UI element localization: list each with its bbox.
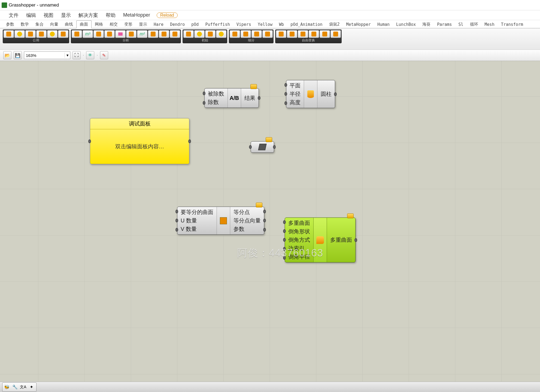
ribbon-tool-icon[interactable]	[72, 30, 82, 38]
input-port[interactable]: 边索引	[286, 244, 313, 253]
tab-surface[interactable]: 曲面	[76, 20, 92, 28]
tab-intersect[interactable]: 相交	[106, 21, 121, 28]
tab-vipers[interactable]: Vipers	[233, 21, 254, 28]
input-port[interactable]: 多重曲面	[286, 219, 313, 227]
tab-dendro[interactable]: Dendro	[167, 21, 188, 28]
ribbon-tool-icon[interactable]	[14, 30, 25, 38]
tab-mesh[interactable]: 网格	[92, 21, 106, 28]
ribbon-tool-icon[interactable]	[330, 30, 341, 38]
ribbon-tool-icon[interactable]	[241, 30, 251, 38]
input-port[interactable]: 被除数	[205, 90, 227, 98]
ribbon-tool-icon[interactable]	[298, 30, 308, 38]
component-fillet-edge[interactable]: 多重曲面 倒角形状 倒角方式 边索引 倒角半径 多重曲面	[285, 218, 356, 262]
component-brep-param[interactable]	[251, 141, 274, 153]
warning-badge-icon[interactable]	[347, 213, 354, 218]
preview-toggle-button[interactable]: 👁	[86, 51, 94, 59]
menu-help[interactable]: 帮助	[102, 10, 119, 20]
tab-params[interactable]: 参数	[3, 21, 17, 28]
panel-body[interactable]: 双击编辑面板内容…	[90, 129, 189, 164]
reload-button[interactable]: Reload	[157, 13, 178, 18]
open-button[interactable]: 📂	[3, 51, 11, 59]
component-division[interactable]: 被除数 除数 A/B 结果	[204, 88, 259, 108]
tab-vector[interactable]: 向量	[47, 21, 62, 28]
ribbon-tool-icon[interactable]	[4, 30, 14, 38]
ribbon-tool-icon[interactable]	[115, 30, 126, 38]
ribbon-tool-icon[interactable]: m³	[83, 30, 93, 38]
tab-yellow[interactable]: Yellow	[254, 21, 276, 28]
input-port[interactable]: 平面	[287, 81, 303, 90]
ribbon-tool-icon[interactable]	[36, 30, 47, 38]
ribbon-tool-icon[interactable]	[58, 30, 68, 38]
ribbon-tool-icon[interactable]	[148, 30, 158, 38]
status-profiler-icon[interactable]: 🐝	[3, 383, 11, 391]
tab-metahopper2[interactable]: MetaHopper	[343, 21, 374, 28]
input-port[interactable]: U 数量	[178, 216, 216, 225]
ribbon-tool-icon[interactable]	[230, 30, 240, 38]
tab-display2[interactable]: 显示	[136, 21, 150, 28]
ribbon-tool-icon[interactable]	[126, 30, 136, 38]
save-button[interactable]: 💾	[14, 51, 22, 59]
status-language-icon[interactable]: 文A	[19, 383, 27, 391]
output-port[interactable]: 等分点	[231, 208, 263, 216]
ribbon-tool-icon[interactable]	[159, 30, 169, 38]
output-port[interactable]: 参数	[231, 225, 263, 233]
ribbon-tool-icon[interactable]	[93, 30, 104, 38]
ribbon-tool-icon[interactable]	[287, 30, 297, 38]
tab-loop[interactable]: 循环	[467, 21, 481, 28]
zoom-extents-button[interactable]: ⛶	[72, 51, 81, 59]
tab-mesh2[interactable]: Mesh	[481, 21, 498, 28]
menu-display[interactable]: 显示	[57, 10, 75, 20]
ribbon-tool-icon[interactable]	[251, 30, 262, 38]
input-port[interactable]: 倒角形状	[286, 227, 313, 236]
menu-file[interactable]: 文件	[5, 10, 22, 20]
tab-math[interactable]: 数学	[17, 21, 32, 28]
ribbon-tool-icon[interactable]	[216, 30, 226, 38]
sketch-button[interactable]: ✎	[100, 51, 108, 59]
warning-badge-icon[interactable]	[256, 203, 262, 207]
warning-badge-icon[interactable]	[266, 137, 272, 142]
ribbon-tool-icon[interactable]	[104, 30, 115, 38]
tab-pod-anim[interactable]: pOd_Animation	[287, 21, 326, 28]
ribbon-tool-icon[interactable]	[309, 30, 319, 38]
ribbon-tool-icon[interactable]	[205, 30, 216, 38]
zoom-level-dropdown[interactable]: 163% ▾	[24, 51, 70, 59]
output-port[interactable]: 圆柱	[318, 90, 334, 98]
ribbon-tool-icon[interactable]	[276, 30, 286, 38]
canvas[interactable]: 被除数 除数 A/B 结果 平面 半径 高度	[0, 61, 540, 382]
ribbon-tool-icon[interactable]	[183, 30, 194, 38]
status-extras-icon[interactable]: ✦	[28, 383, 35, 391]
output-port[interactable]: 结果	[242, 94, 258, 102]
tab-curve[interactable]: 曲线	[62, 21, 76, 28]
input-port[interactable]: 除数	[205, 98, 227, 106]
component-divide-surface[interactable]: 要等分的曲面 U 数量 V 数量 等分点 等分点向量 参数	[177, 207, 264, 235]
ribbon-tool-icon[interactable]: m²	[137, 30, 147, 38]
tab-wb[interactable]: Wb	[276, 21, 287, 28]
input-port[interactable]: 倒角方式	[286, 236, 313, 244]
ribbon-tool-icon[interactable]	[170, 30, 180, 38]
menu-view[interactable]: 视图	[40, 10, 57, 20]
input-port[interactable]: 要等分的曲面	[178, 208, 216, 216]
warning-badge-icon[interactable]	[250, 84, 257, 89]
tab-transform[interactable]: 变形	[121, 21, 136, 28]
tab-kangaroo[interactable]: 袋鼠2	[326, 21, 343, 28]
output-grip[interactable]	[188, 139, 191, 143]
ribbon-tool-icon[interactable]	[47, 30, 57, 38]
ribbon-tool-icon[interactable]	[262, 30, 273, 38]
ribbon-tool-icon[interactable]	[194, 30, 205, 38]
tab-lunchbox[interactable]: LunchBox	[393, 21, 419, 28]
ribbon-tool-icon[interactable]	[25, 30, 36, 38]
menu-solution[interactable]: 解决方案	[75, 10, 102, 20]
tab-pod[interactable]: pOd	[188, 21, 202, 28]
tab-human[interactable]: Human	[374, 21, 393, 28]
tab-hare[interactable]: Hare	[150, 21, 167, 28]
menu-edit[interactable]: 编辑	[22, 10, 40, 20]
input-port[interactable]: 倒角半径	[286, 253, 313, 261]
tab-anemone[interactable]: 海葵	[419, 21, 434, 28]
component-cylinder[interactable]: 平面 半径 高度 圆柱	[286, 80, 335, 108]
input-port[interactable]: 高度	[287, 98, 303, 107]
ribbon-tool-icon[interactable]	[320, 30, 330, 38]
input-grip[interactable]	[88, 139, 91, 143]
tab-sl[interactable]: Sl	[455, 21, 467, 28]
tab-transform2[interactable]: Transform	[498, 21, 526, 28]
tab-pufferfish[interactable]: Pufferfish	[202, 21, 233, 28]
